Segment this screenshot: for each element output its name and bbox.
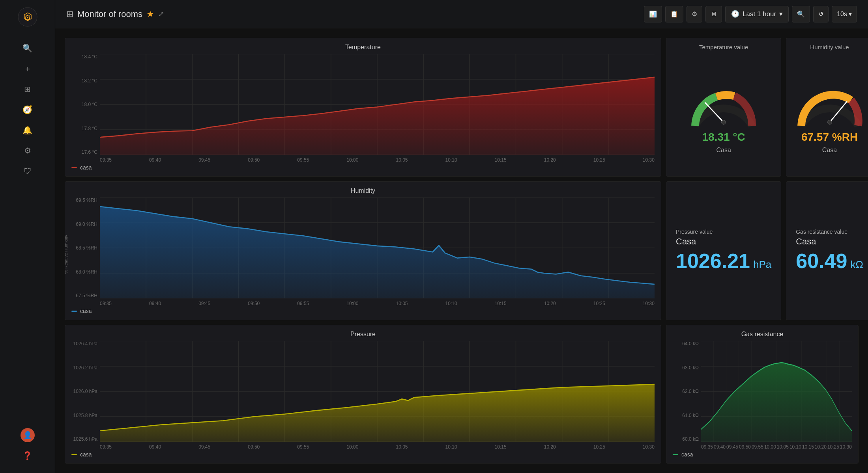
refresh-interval-label: 10s	[837, 11, 847, 18]
humidity-y-labels: 69.5 %RH 69.0 %RH 68.5 %RH 68.0 %RH 67.5…	[71, 197, 100, 298]
chevron-down-icon2: ▾	[849, 10, 852, 18]
gas-big-value: 60.49	[796, 249, 847, 273]
right-panels: Temperature value	[664, 35, 861, 322]
pressure-legend: casa	[71, 451, 655, 458]
humidity-gauge-value: 67.57 %RH	[794, 131, 865, 143]
humidity-legend-label: casa	[80, 308, 92, 314]
gas-resistance-value-title: Gas resistance value	[796, 229, 847, 235]
pressure-chart-svg	[100, 341, 655, 442]
pressure-value-name: Casa	[676, 236, 696, 247]
topbar: ⊞ Monitor of rooms ★ ⤢ 📊 📋 ⚙ 🖥 🕐 Last 1 …	[55, 0, 868, 28]
humidity-gauge-name: Casa	[822, 147, 837, 154]
temperature-gauge-title: Temperature value	[666, 44, 781, 50]
gas-resistance-panel: Gas resistance 64.0 kΩ 63.0 kΩ 62.0 kΩ 6…	[666, 325, 859, 464]
humidity-title: Humidity	[71, 187, 655, 194]
dashboards-icon[interactable]: ⊞	[21, 82, 35, 96]
gas-resistance-value-name: Casa	[796, 236, 816, 247]
main-content: ⊞ Monitor of rooms ★ ⤢ 📊 📋 ⚙ 🖥 🕐 Last 1 …	[55, 0, 868, 473]
time-range-button[interactable]: 🕐 Last 1 hour ▾	[725, 6, 789, 22]
pressure-y-labels: 1026.4 hPa 1026.2 hPa 1026.0 hPa 1025.8 …	[71, 341, 100, 442]
pressure-x-labels: 09:35 09:40 09:45 09:50 09:55 10:00 10:0…	[100, 444, 655, 450]
pressure-legend-color	[71, 454, 77, 455]
gas-resistance-legend-color	[673, 454, 678, 455]
settings-icon[interactable]: ⚙	[21, 143, 35, 158]
svg-point-21	[722, 120, 726, 125]
temperature-gauge-value: 18.31 °C	[688, 131, 759, 143]
pressure-chart-area: 1026.4 hPa 1026.2 hPa 1026.0 hPa 1025.8 …	[71, 341, 655, 450]
share-icon[interactable]: ⤢	[158, 10, 164, 19]
gas-resistance-legend: casa	[673, 451, 852, 458]
dashboard-grid-icon: ⊞	[66, 9, 73, 19]
search-icon[interactable]: 🔍	[21, 41, 35, 55]
humidity-x-labels: 09:35 09:40 09:45 09:50 09:55 10:00 10:0…	[100, 301, 655, 306]
humidity-gauge: 67.57 %RH	[794, 73, 865, 143]
temperature-panel: Temperature 18.4 °C 18.2 °C 18.0 °C 17.8…	[65, 38, 661, 177]
pressure-unit: hPa	[753, 259, 771, 271]
gas-resistance-chart-area: 64.0 kΩ 63.0 kΩ 62.0 kΩ 61.0 kΩ 60.0 kΩ	[673, 341, 852, 450]
svg-text:⚙: ⚙	[24, 13, 31, 22]
gas-resistance-title: Gas resistance	[673, 331, 852, 338]
time-range-label: Last 1 hour	[743, 10, 776, 18]
favorite-star-icon[interactable]: ★	[146, 9, 154, 19]
temperature-gauge-name: Casa	[716, 147, 731, 154]
pressure-value-panel: Pressure value Casa 1026.21 hPa	[666, 181, 781, 320]
humidity-gauge-panel: Humidity value	[786, 38, 868, 177]
explore-icon[interactable]: 🧭	[21, 102, 35, 117]
pressure-legend-label: casa	[80, 451, 92, 458]
topbar-actions: 📊 📋 ⚙ 🖥 🕐 Last 1 hour ▾ 🔍 ↺ 10s ▾	[644, 6, 857, 22]
gas-resistance-y-labels: 64.0 kΩ 63.0 kΩ 62.0 kΩ 61.0 kΩ 60.0 kΩ	[673, 341, 701, 442]
settings-button[interactable]: ⚙	[687, 6, 702, 22]
pressure-value-title: Pressure value	[676, 229, 713, 235]
temperature-x-labels: 09:35 09:40 09:45 09:50 09:55 10:00 10:0…	[100, 157, 655, 163]
humidity-legend: casa	[71, 308, 655, 314]
svg-marker-74	[701, 363, 852, 442]
avatar[interactable]: 👤	[21, 428, 35, 442]
pressure-panel: Pressure 1026.4 hPa 1026.2 hPa 1026.0 hP…	[65, 325, 661, 464]
clock-icon: 🕐	[731, 10, 739, 18]
grafana-logo[interactable]: ⬡ ⚙	[18, 7, 37, 27]
gas-resistance-x-labels: 09:35 09:40 09:45 09:50 09:55 10:00 10:0…	[701, 444, 852, 450]
temperature-legend-label: casa	[80, 164, 92, 171]
humidity-panel: Humidity % Relative Humidity 69.5 %RH 69…	[65, 181, 661, 320]
temperature-y-labels: 18.4 °C 18.2 °C 18.0 °C 17.8 °C 17.6 °C	[71, 54, 100, 155]
dashboard-grid: Temperature 18.4 °C 18.2 °C 18.0 °C 17.8…	[55, 28, 868, 473]
temperature-chart-svg	[100, 54, 655, 155]
save-button[interactable]: 📋	[665, 6, 683, 22]
gas-resistance-chart-svg	[701, 341, 852, 442]
chevron-down-icon: ▾	[779, 10, 783, 18]
temperature-legend-color	[71, 167, 77, 168]
temperature-gauge: 18.31 °C	[688, 73, 759, 143]
tv-mode-button[interactable]: 🖥	[705, 6, 722, 22]
dashboard-title-bar: ⊞ Monitor of rooms ★ ⤢	[66, 9, 638, 19]
page-title: Monitor of rooms	[77, 9, 142, 19]
temperature-gauge-panel: Temperature value	[666, 38, 781, 177]
pressure-big-value: 1026.21	[676, 249, 750, 273]
temperature-chart-area: 18.4 °C 18.2 °C 18.0 °C 17.8 °C 17.6 °C	[71, 54, 655, 163]
temperature-legend: casa	[71, 164, 655, 171]
gas-resistance-legend-label: casa	[681, 451, 693, 458]
pressure-title: Pressure	[71, 331, 655, 338]
shield-icon[interactable]: 🛡	[21, 164, 35, 178]
svg-point-23	[827, 120, 832, 125]
alerts-icon[interactable]: 🔔	[21, 123, 35, 137]
humidity-gauge-title: Humidity value	[786, 44, 868, 50]
sidebar: ⬡ ⚙ 🔍 ＋ ⊞ 🧭 🔔 ⚙ 🛡 👤 ❓	[0, 0, 55, 473]
gas-unit: kΩ	[850, 259, 863, 271]
refresh-interval-button[interactable]: 10s ▾	[832, 6, 857, 22]
gas-resistance-value-panel: Gas resistance value Casa 60.49 kΩ	[786, 181, 868, 320]
humidity-y-axis-label: % Relative Humidity	[65, 235, 68, 274]
humidity-legend-color	[71, 311, 77, 312]
help-icon[interactable]: ❓	[21, 449, 35, 463]
refresh-button[interactable]: ↺	[813, 6, 829, 22]
add-icon[interactable]: ＋	[21, 61, 35, 76]
humidity-chart-svg	[100, 197, 655, 298]
humidity-chart-area: % Relative Humidity 69.5 %RH 69.0 %RH 68…	[71, 197, 655, 306]
add-panel-button[interactable]: 📊	[644, 6, 662, 22]
zoom-out-button[interactable]: 🔍	[792, 6, 810, 22]
temperature-title: Temperature	[71, 44, 655, 51]
